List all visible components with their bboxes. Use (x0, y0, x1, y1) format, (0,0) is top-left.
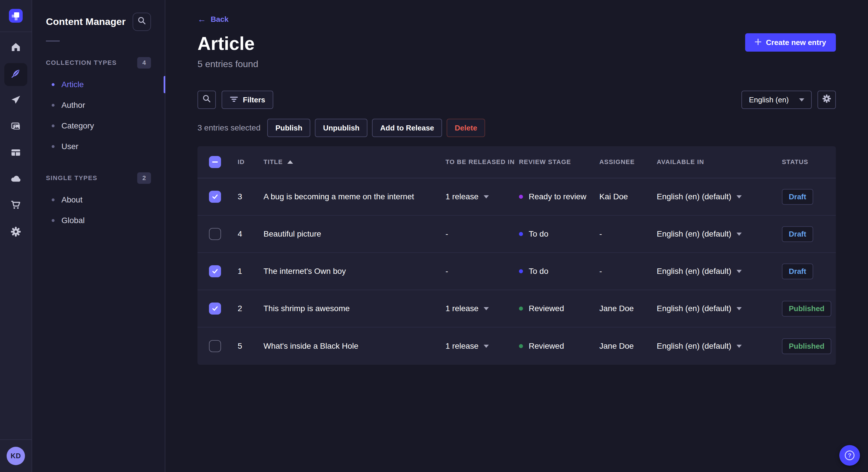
selection-bar: 3 entries selected Publish Unpublish Add… (197, 119, 836, 137)
content-manager-subnav: Content Manager COLLECTION TYPES 4 Artic… (32, 0, 165, 472)
publish-button[interactable]: Publish (267, 119, 310, 137)
search-icon (137, 16, 146, 28)
cell-id: 4 (238, 229, 264, 239)
status-badge: Draft (782, 264, 813, 279)
stage-dot (519, 232, 523, 236)
nav-footer: KD (0, 439, 32, 472)
nav-marketplace-button[interactable] (4, 195, 27, 218)
table-row[interactable]: 2 This shrimp is awesome 1 release Revie… (197, 290, 836, 328)
column-header-status[interactable]: STATUS (782, 158, 836, 166)
cell-review-stage: To do (519, 229, 599, 239)
main-content: ← Back Create new entry Article 5 entrie… (165, 0, 868, 472)
cell-assignee: Jane Doe (599, 304, 657, 313)
cell-release[interactable]: 1 release (445, 341, 519, 351)
cell-status: Published (782, 338, 836, 354)
collection-types-label: COLLECTION TYPES (46, 59, 117, 67)
select-all-checkbox[interactable] (209, 156, 221, 168)
add-to-release-button[interactable]: Add to Release (372, 119, 442, 137)
nav-settings-button[interactable] (4, 222, 27, 244)
row-checkbox[interactable] (209, 303, 221, 314)
sidebar-item-about[interactable]: About (32, 190, 165, 210)
feather-icon (10, 68, 22, 81)
cell-id: 3 (238, 192, 264, 201)
nav-releases-button[interactable] (4, 90, 27, 112)
table-search-button[interactable] (197, 91, 216, 109)
cell-locale[interactable]: English (en) (default) (657, 341, 782, 351)
nav-cloud-button[interactable] (4, 169, 27, 192)
row-checkbox[interactable] (209, 228, 221, 240)
images-icon (10, 121, 22, 134)
back-link[interactable]: ← Back (197, 15, 228, 24)
help-button[interactable]: ? (839, 445, 860, 466)
column-header-title[interactable]: TITLE (264, 158, 445, 166)
sidebar-item-author[interactable]: Author (32, 95, 165, 115)
release-caret (484, 345, 489, 348)
table-body: 3 A bug is becoming a meme on the intern… (197, 178, 836, 365)
cell-release[interactable]: 1 release (445, 192, 519, 201)
table-row[interactable]: 4 Beautiful picture - To do - English (e… (197, 216, 836, 253)
table-row[interactable]: 3 A bug is becoming a meme on the intern… (197, 178, 836, 216)
stage-dot (519, 195, 523, 199)
table-row[interactable]: 5 What's inside a Black Hole 1 release R… (197, 328, 836, 365)
column-header-available-in[interactable]: AVAILABLE IN (657, 158, 782, 166)
paper-plane-icon (10, 94, 22, 108)
gear-icon (10, 226, 22, 240)
filters-button[interactable]: Filters (222, 91, 273, 109)
cell-release[interactable]: - (445, 229, 519, 239)
release-caret (484, 307, 489, 310)
row-checkbox[interactable] (209, 340, 221, 352)
nav-content-type-builder-button[interactable] (4, 142, 27, 165)
table-row[interactable]: 1 The internet's Own boy - To do - Engli… (197, 253, 836, 290)
sidebar-item-user[interactable]: User (32, 136, 165, 157)
cell-locale[interactable]: English (en) (default) (657, 192, 782, 201)
release-caret (484, 195, 489, 198)
cell-id: 2 (238, 304, 264, 313)
table-header: ID TITLE TO BE RELEASED IN REVIEW STAGE … (197, 146, 836, 178)
sidebar-item-article[interactable]: Article (32, 74, 165, 95)
column-header-assignee[interactable]: ASSIGNEE (599, 158, 657, 166)
column-header-release[interactable]: TO BE RELEASED IN (445, 158, 519, 166)
cell-locale[interactable]: English (en) (default) (657, 267, 782, 276)
cell-status: Published (782, 301, 836, 316)
cell-title: The internet's Own boy (264, 267, 445, 276)
cell-locale[interactable]: English (en) (default) (657, 304, 782, 313)
nav-content-manager-button[interactable] (4, 63, 27, 86)
status-badge: Published (782, 301, 831, 316)
user-avatar[interactable]: KD (7, 447, 25, 465)
subnav-search-button[interactable] (133, 12, 151, 31)
single-types-section: SINGLE TYPES 2 About Global (32, 172, 165, 231)
status-badge: Published (782, 338, 831, 354)
collection-types-section: COLLECTION TYPES 4 Article Author Catego… (32, 57, 165, 157)
cell-id: 5 (238, 341, 264, 351)
entries-count: 5 entries found (197, 59, 836, 69)
cell-release[interactable]: - (445, 267, 519, 276)
cell-release[interactable]: 1 release (445, 304, 519, 313)
nav-home-button[interactable] (4, 37, 27, 60)
nav-media-library-button[interactable] (4, 116, 27, 139)
unpublish-button[interactable]: Unpublish (315, 119, 367, 137)
stage-dot (519, 344, 523, 348)
create-new-entry-button[interactable]: Create new entry (745, 33, 836, 52)
sidebar-item-category[interactable]: Category (32, 115, 165, 136)
row-checkbox[interactable] (209, 265, 221, 277)
plus-icon (755, 38, 761, 47)
stage-dot (519, 307, 523, 310)
sidebar-item-global[interactable]: Global (32, 210, 165, 231)
cell-locale[interactable]: English (en) (default) (657, 229, 782, 239)
search-icon (202, 94, 211, 105)
collection-types-count-badge: 4 (137, 57, 151, 69)
cloud-icon (10, 173, 22, 187)
status-badge: Draft (782, 189, 813, 205)
locale-select[interactable]: English (en) (741, 91, 812, 109)
row-checkbox[interactable] (209, 191, 221, 203)
view-settings-button[interactable] (817, 91, 836, 109)
cell-title: A bug is becoming a meme on the internet (264, 192, 445, 201)
column-header-id[interactable]: ID (238, 158, 264, 166)
cell-title: This shrimp is awesome (264, 304, 445, 313)
column-header-review-stage[interactable]: REVIEW STAGE (519, 158, 599, 166)
toolbar: Filters English (en) (197, 91, 836, 109)
single-types-count-badge: 2 (137, 172, 151, 184)
app-window: KD Content Manager COLLECTION TYPES 4 Ar… (0, 0, 868, 472)
filter-icon (229, 95, 238, 105)
delete-button[interactable]: Delete (446, 119, 485, 137)
